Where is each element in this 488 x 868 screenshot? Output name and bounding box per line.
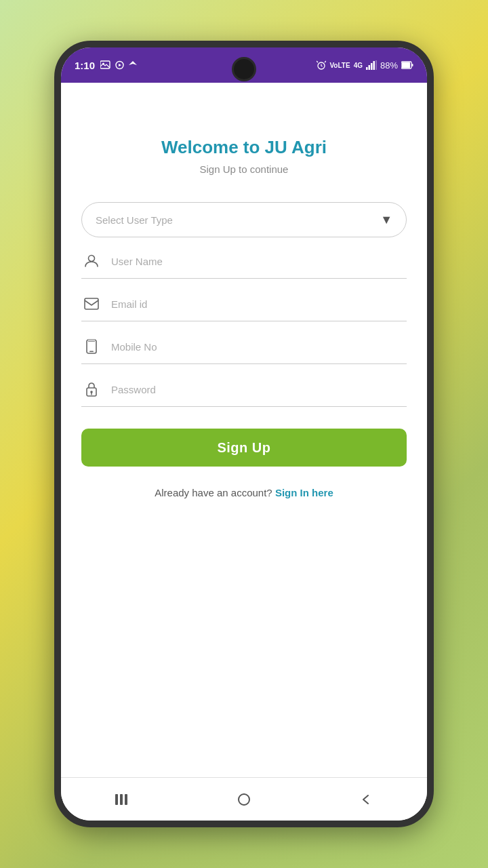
status-left: 1:10 bbox=[75, 60, 138, 71]
home-button[interactable] bbox=[224, 786, 264, 813]
app-content: Welcome to JU Agri Sign Up to continue S… bbox=[61, 83, 427, 777]
email-field bbox=[81, 294, 407, 321]
password-input[interactable] bbox=[111, 384, 407, 395]
camera-notch bbox=[232, 57, 256, 81]
svg-rect-14 bbox=[85, 298, 98, 309]
svg-rect-12 bbox=[402, 62, 410, 68]
svg-rect-7 bbox=[371, 63, 373, 70]
user-type-dropdown[interactable]: Select User Type ▼ bbox=[81, 202, 407, 237]
svg-point-13 bbox=[89, 256, 95, 262]
mobile-icon bbox=[81, 336, 102, 357]
alarm-icon bbox=[317, 60, 326, 70]
already-text: Already have an account? bbox=[155, 487, 272, 498]
user-type-placeholder: Select User Type bbox=[96, 214, 173, 226]
password-icon bbox=[81, 379, 102, 399]
signin-text: Already have an account? Sign In here bbox=[81, 487, 407, 498]
screen-content: Welcome to JU Agri Sign Up to continue S… bbox=[61, 83, 427, 821]
username-field bbox=[81, 251, 407, 279]
phone-frame: 1:10 bbox=[54, 41, 434, 827]
svg-rect-22 bbox=[115, 794, 118, 805]
svg-marker-3 bbox=[119, 64, 121, 66]
photo-icon bbox=[100, 60, 111, 70]
svg-rect-5 bbox=[366, 67, 368, 70]
volte-label: VoLTE bbox=[329, 62, 350, 69]
svg-rect-9 bbox=[375, 60, 377, 70]
status-icons bbox=[100, 60, 138, 70]
signup-button[interactable]: Sign Up bbox=[81, 429, 407, 467]
welcome-subtitle: Sign Up to continue bbox=[161, 163, 327, 175]
email-icon bbox=[81, 294, 102, 314]
media-icon bbox=[115, 60, 125, 70]
bottom-nav bbox=[61, 777, 427, 821]
status-right: VoLTE 4G 88% bbox=[317, 60, 413, 71]
svg-rect-23 bbox=[120, 794, 123, 805]
form-container: Select User Type ▼ bbox=[81, 202, 407, 498]
mobile-field bbox=[81, 336, 407, 364]
signin-link[interactable]: Sign In here bbox=[275, 487, 333, 498]
username-input[interactable] bbox=[111, 256, 407, 267]
battery-icon bbox=[401, 61, 413, 69]
user-icon bbox=[81, 251, 102, 271]
location-icon bbox=[128, 60, 138, 70]
svg-rect-6 bbox=[368, 65, 370, 70]
welcome-section: Welcome to JU Agri Sign Up to continue bbox=[161, 137, 327, 175]
svg-rect-24 bbox=[125, 794, 127, 805]
svg-rect-8 bbox=[373, 61, 375, 70]
svg-rect-16 bbox=[89, 351, 94, 353]
email-input[interactable] bbox=[111, 298, 407, 310]
recent-apps-button[interactable] bbox=[102, 786, 142, 813]
dropdown-arrow-icon: ▼ bbox=[380, 213, 392, 227]
svg-rect-25 bbox=[239, 794, 249, 805]
mobile-input[interactable] bbox=[111, 341, 407, 353]
welcome-title: Welcome to JU Agri bbox=[161, 137, 327, 158]
password-field bbox=[81, 379, 407, 407]
svg-rect-11 bbox=[412, 64, 413, 66]
back-button[interactable] bbox=[346, 786, 386, 813]
recent-icon bbox=[114, 793, 130, 806]
signal-icon bbox=[366, 60, 377, 70]
back-icon bbox=[359, 792, 373, 807]
time-display: 1:10 bbox=[75, 60, 95, 71]
battery-percent: 88% bbox=[380, 60, 398, 71]
home-icon bbox=[237, 792, 251, 807]
network-label: 4G bbox=[354, 62, 363, 69]
